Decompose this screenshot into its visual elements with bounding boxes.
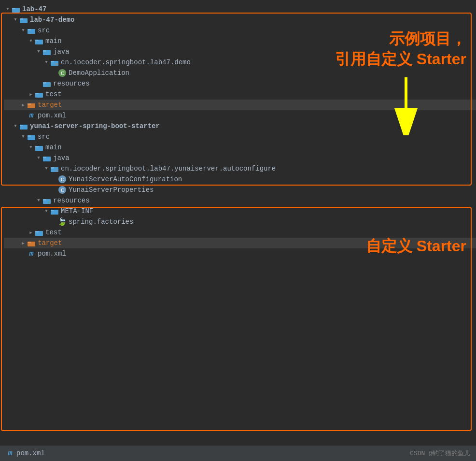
tree-item-class2[interactable]: C YunaiServerProperties [4,185,476,195]
bottom-bar: m pom.xml CSDN @钓了猫的鱼儿 [0,446,476,461]
svg-rect-45 [28,242,31,243]
label-test1: test [45,90,62,98]
label-starter: yunai-server-spring-boot-starter [30,122,160,130]
folder-icon-test1 [35,90,43,99]
folder-icon-target2 [27,239,36,247]
arrow-metainf [42,207,50,215]
label-src1: src [38,27,50,34]
arrow-src1 [19,27,27,34]
label-test2: test [45,229,62,236]
arrow-java1 [35,48,42,56]
label-src2: src [38,133,50,141]
tree-item-starter[interactable]: yunai-server-spring-boot-starter [4,121,476,131]
label-pkg1: cn.iocoder.springboot.lab47.demo [61,58,191,66]
svg-rect-7 [35,40,39,41]
svg-text:≡: ≡ [56,62,58,66]
svg-text:≡: ≡ [48,201,50,204]
svg-rect-5 [28,29,31,30]
bottom-m-icon: m [6,449,14,458]
tree-item-src1[interactable]: src [4,25,476,36]
tree-item-main1[interactable]: main [4,36,476,46]
class-icon-yunai1: C [58,175,67,184]
bottom-pom-item[interactable]: m pom.xml [6,448,45,459]
credit-text: CSDN @钓了猫的鱼儿 [410,449,470,458]
bottom-pom-label: pom.xml [16,449,45,457]
spring-factories-icon: 🍃 [58,217,67,226]
label-lab47demo: lab-47-demo [30,16,74,24]
label-java2: java [53,154,70,162]
arrow-lab47demo [12,16,19,24]
tree-item-pkg1[interactable]: ≡ cn.iocoder.springboot.lab47.demo [4,57,476,68]
tree-item-test1[interactable]: test [4,89,476,100]
svg-rect-16 [43,82,46,84]
tree-item-java2[interactable]: java [4,153,476,163]
tree-item-target1[interactable]: target [4,100,476,110]
folder-icon-starter [19,122,28,130]
tree-item-lab47demo[interactable]: lab-47-demo [4,14,476,25]
arrow-java2 [35,154,42,162]
tree-item-lab47[interactable]: lab-47 [4,4,476,14]
label-java1: java [53,48,70,56]
arrow-main2 [27,144,35,151]
folder-icon-lab47 [12,5,20,14]
class-icon-demoapp: C [58,69,67,77]
label-pom1: pom.xml [38,112,66,119]
label-spring-factories: spring.factories [69,218,133,226]
folder-icon-main1 [35,37,43,45]
tree-item-metainf[interactable]: META-INF [4,206,476,216]
label-res1: resources [53,80,90,87]
tree-item-pom1[interactable]: m pom.xml [4,110,476,121]
folder-icon-java1 [42,47,51,56]
tree-item-spring-factories[interactable]: 🍃 spring.factories [4,216,476,227]
folder-icon-test2 [35,228,43,237]
label-main1: main [45,37,62,45]
no-arrow [35,80,42,87]
label-main2: main [45,144,62,151]
arrow-test1 [27,90,35,98]
no-arrow [19,250,27,258]
arrow-starter [12,122,19,130]
folder-icon-target1 [27,101,36,109]
arrow-main1 [27,37,35,45]
tree-item-pkg2[interactable]: ≡ cn.iocoder.springboot.lab47.yunaiserve… [4,163,476,174]
label-lab47: lab-47 [22,5,46,13]
no-arrow [50,175,58,183]
no-arrow [50,69,58,77]
svg-rect-1 [12,8,15,9]
tree-item-pom2[interactable]: m pom.xml [4,248,476,259]
tree-item-class1[interactable]: C YunaiServerAutoConfiguration [4,174,476,185]
svg-rect-38 [43,199,46,201]
file-tree: lab-47 lab-47-demo src main [0,0,476,259]
arrow-src2 [19,133,27,141]
no-arrow [19,112,27,119]
tree-item-java1[interactable]: java [4,46,476,57]
label-pkg2: cn.iocoder.springboot.lab47.yunaiserver.… [61,165,276,173]
svg-rect-43 [35,231,39,232]
folder-icon-src2 [27,132,36,141]
tree-item-target2[interactable]: target [4,238,476,248]
tree-item-src2[interactable]: src [4,131,476,142]
svg-rect-41 [51,210,54,211]
label-metainf: META-INF [61,207,93,215]
folder-icon-lab47demo [19,15,28,24]
tree-item-res1[interactable]: ≡ resources [4,78,476,89]
folder-icon-res2: ≡ [42,196,51,205]
folder-icon-java2 [42,154,51,162]
tree-item-demoapp[interactable]: C DemoApplication [4,68,476,78]
tree-item-main2[interactable]: main [4,142,476,153]
label-target2: target [38,239,62,247]
folder-icon-metainf [50,207,59,216]
label-class1: YunaiServerAutoConfiguration [69,175,182,183]
tree-item-res2[interactable]: ≡ resources [4,195,476,206]
no-arrow [50,186,58,194]
svg-text:C: C [60,177,64,182]
arrow-target2 [19,239,27,247]
tree-item-test2[interactable]: test [4,227,476,238]
svg-rect-21 [28,103,31,105]
arrow-pkg1 [42,58,50,66]
svg-text:C: C [60,187,64,193]
svg-text:C: C [60,71,64,76]
arrow-res2 [35,197,42,204]
folder-icon-res1: ≡ [42,79,51,88]
folder-icon-src1 [27,26,36,35]
